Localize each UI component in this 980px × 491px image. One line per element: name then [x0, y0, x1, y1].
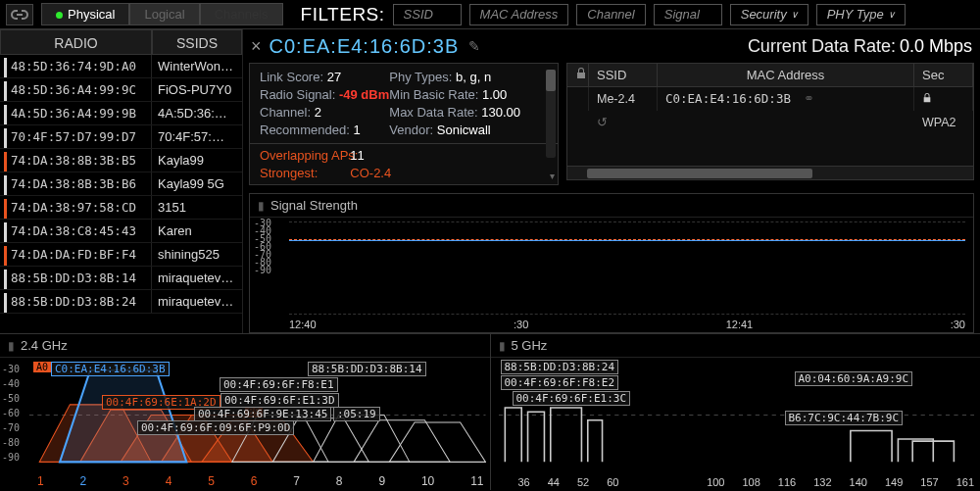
radio-list-panel: RADIO SSIDS 48:5D:36:74:9D:A0WinterWon…4…: [0, 29, 243, 333]
xaxis-24: 1234567891011: [37, 474, 484, 488]
filter-channel[interactable]: Channel: [576, 4, 645, 25]
info-card: Link Score: 27 Phy Types: b, g, n Radio …: [249, 63, 559, 185]
th-mac[interactable]: MAC Address: [658, 64, 914, 86]
network-panel: × C0:EA:E4:16:6D:3B ✎ Current Data Rate:…: [243, 29, 980, 333]
a0-badge: A0: [33, 362, 51, 372]
close-icon[interactable]: ×: [251, 36, 262, 57]
svg-marker-11: [389, 422, 485, 462]
ap-label[interactable]: :05:19: [333, 407, 380, 421]
filters-label: FILTERS:: [301, 4, 385, 25]
list-item[interactable]: 48:5D:36:74:9D:A0WinterWon…: [0, 55, 242, 78]
th-sec[interactable]: Sec: [914, 64, 973, 86]
ap-label[interactable]: 88:5B:DD:D3:8B:24: [501, 360, 619, 374]
ap-label[interactable]: A0:04:60:9A:A9:9C: [795, 371, 913, 386]
xaxis-5: 36445260100108116132140149157161: [518, 476, 975, 488]
expand-down-icon[interactable]: ▾: [550, 171, 555, 181]
list-item[interactable]: 74:DA:38:C8:45:43Karen: [0, 220, 242, 243]
signal-strength-panel: ▮Signal Strength -30-40-50-60-70-80-90 1…: [249, 193, 974, 333]
band-5ghz: ▮5 GHz 88:5B:DD:D3:8B:2400:4F:69:6F:F8:E…: [491, 334, 981, 490]
ap-label[interactable]: 88:5B:DD:D3:8B:14: [308, 362, 426, 376]
ap-label[interactable]: B6:7C:9C:44:7B:9C: [785, 411, 904, 425]
list-item[interactable]: 74:DA:38:8B:3B:B6Kayla99 5G: [0, 172, 242, 196]
column-header-radio[interactable]: RADIO: [0, 29, 152, 55]
th-ssid[interactable]: SSID: [589, 64, 658, 86]
list-item[interactable]: 74:DA:38:8B:3B:B5Kayla99: [0, 149, 242, 172]
list-item[interactable]: 88:5B:DD:D3:8B:24miraquetev…: [0, 290, 242, 314]
ap-label[interactable]: 00:4F:69:6F:9E:13:45: [194, 407, 331, 421]
radio-list[interactable]: 48:5D:36:74:9D:A0WinterWon…48:5D:36:A4:9…: [0, 55, 242, 333]
filter-signal[interactable]: Signal: [654, 4, 722, 25]
svg-marker-9: [314, 416, 410, 463]
network-address: C0:EA:E4:16:6D:3B: [270, 35, 460, 58]
column-header-ssids[interactable]: SSIDS: [152, 29, 242, 55]
list-item[interactable]: 4A:5D:36:A4:99:9B4A:5D:36:…: [0, 102, 242, 125]
ap-label[interactable]: C0:EA:E4:16:6D:3B: [51, 362, 170, 376]
spectrum-panels: ▮2.4 GHz -30-40-50-60-70-80-90: [0, 333, 980, 490]
signal-yaxis: -30-40-50-60-70-80-90: [254, 220, 271, 274]
ap-label[interactable]: 00:4F:69:6F:F8:E2: [501, 375, 619, 390]
band-24ghz: ▮2.4 GHz -30-40-50-60-70-80-90: [0, 334, 491, 490]
signal-xaxis: 12:40:3012:41:30: [289, 319, 965, 330]
ap-label[interactable]: 00:4F:69:6F:F8:E1: [220, 377, 338, 392]
list-item[interactable]: 88:5B:DD:D3:8B:14miraquetev…: [0, 267, 242, 290]
edit-icon[interactable]: ✎: [468, 38, 480, 54]
svg-marker-10: [354, 420, 450, 463]
list-item[interactable]: 48:5D:36:A4:99:9CFiOS-PU7Y0: [0, 78, 242, 102]
filter-ssid[interactable]: SSID: [393, 4, 462, 25]
stack-icon: ▮: [258, 199, 265, 213]
main: RADIO SSIDS 48:5D:36:74:9D:A0WinterWon…4…: [0, 29, 980, 333]
link-icon[interactable]: [6, 4, 33, 25]
list-item[interactable]: 74:DA:38:97:58:CD3151: [0, 196, 242, 220]
ap-label[interactable]: 00:4F:69:6F:E1:3C: [513, 391, 631, 406]
list-item[interactable]: 70:4F:57:D7:99:D770:4F:57:…: [0, 125, 242, 149]
tab-channels[interactable]: Channels: [200, 3, 283, 25]
topbar: Physical Logical Channels FILTERS: SSID …: [0, 0, 980, 29]
table-row[interactable]: Me-2.4 ↺ C0:EA:E4:16:6D:3B ⚭ WPA2: [567, 87, 973, 111]
tab-logical[interactable]: Logical: [129, 3, 199, 25]
view-tabs: Physical Logical Channels: [41, 3, 283, 25]
filter-mac[interactable]: MAC Address: [469, 4, 569, 25]
info-scrollbar[interactable]: [546, 70, 556, 158]
filter-phy[interactable]: PHY Type∨: [816, 4, 906, 25]
ssid-table: SSID MAC Address Sec Me-2.4 ↺ C0:EA:E4:1…: [566, 63, 974, 180]
ap-label[interactable]: 00:4F:69:6F:E1:3D: [220, 393, 339, 408]
list-item[interactable]: 74:DA:DA:FD:BF:F4shining525: [0, 243, 242, 267]
svg-marker-6: [60, 370, 186, 463]
ap-label[interactable]: 00:4F:69:6F:09:6F:P9:0D: [137, 420, 294, 435]
lock-icon: [567, 64, 589, 86]
filter-security[interactable]: Security∨: [730, 4, 808, 25]
data-rate-label: Current Data Rate:: [748, 36, 896, 57]
tab-physical[interactable]: Physical: [41, 3, 129, 25]
ssid-hscrollbar[interactable]: [567, 166, 973, 179]
data-rate-value: 0.0 Mbps: [900, 36, 972, 57]
